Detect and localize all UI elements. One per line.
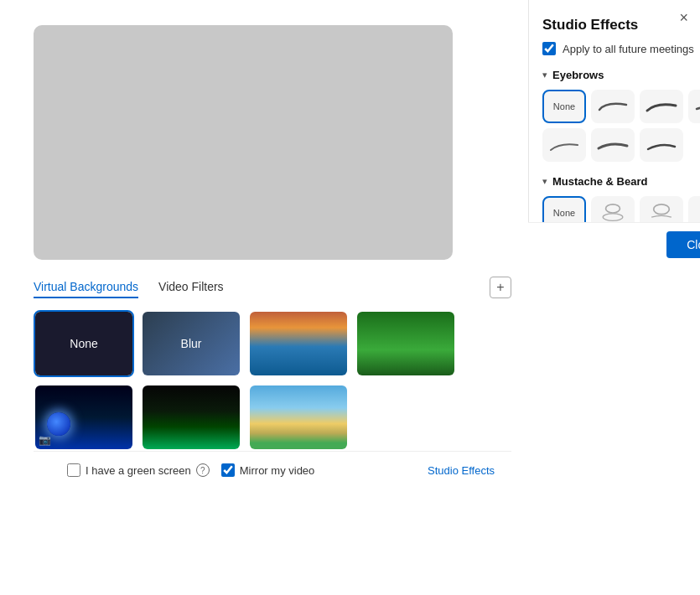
- mustache-grid: None: [542, 196, 700, 222]
- background-beach[interactable]: [248, 384, 349, 451]
- mirror-checkbox[interactable]: [221, 463, 235, 477]
- help-icon[interactable]: ?: [196, 463, 210, 477]
- mustache-title: Mustache & Beard: [552, 175, 647, 188]
- background-grass-inner: [357, 312, 454, 375]
- tabs-row: Virtual Backgrounds Video Filters +: [34, 277, 511, 298]
- eyebrow-1-svg: [596, 98, 630, 115]
- eyebrows-title: Eyebrows: [552, 69, 604, 81]
- eyebrows-chevron: ▾: [542, 70, 547, 80]
- background-aurora[interactable]: [141, 384, 241, 451]
- bottom-bar: I have a green screen ? Mirror my video …: [34, 451, 511, 489]
- eyebrow-none-label: None: [553, 101, 575, 111]
- mustache-3-svg: [692, 199, 700, 222]
- camera-icon: 📷: [39, 434, 51, 446]
- backgrounds-grid: None Blur 📷: [34, 310, 511, 451]
- right-bottom: Close: [528, 222, 700, 266]
- svg-point-2: [654, 204, 670, 215]
- right-panel: Studio Effects Apply to all future meeti…: [528, 0, 700, 222]
- close-icon[interactable]: ×: [679, 10, 688, 25]
- apply-label: Apply to all future meetings: [563, 43, 694, 55]
- tab-virtual-backgrounds[interactable]: Virtual Backgrounds: [34, 277, 138, 298]
- eyebrow-6-svg: [645, 137, 678, 153]
- tab-video-filters[interactable]: Video Filters: [158, 277, 224, 298]
- mustache-3[interactable]: [688, 196, 700, 222]
- mustache-section-header[interactable]: ▾ Mustache & Beard: [542, 175, 700, 188]
- main-content: Virtual Backgrounds Video Filters + None…: [0, 0, 700, 595]
- video-preview: [34, 25, 453, 260]
- studio-effects-title: Studio Effects: [542, 17, 700, 34]
- background-grass[interactable]: [355, 310, 456, 377]
- background-bridge[interactable]: [248, 310, 349, 377]
- eyebrow-5-svg: [596, 137, 630, 153]
- eyebrow-3[interactable]: [688, 90, 700, 123]
- mustache-none[interactable]: None: [542, 196, 586, 222]
- mustache-2[interactable]: [640, 196, 683, 222]
- svg-point-1: [603, 214, 623, 220]
- left-panel: Virtual Backgrounds Video Filters + None…: [0, 0, 528, 595]
- background-blur-inner: Blur: [143, 312, 240, 375]
- mirror-label: Mirror my video: [240, 464, 315, 477]
- mustache-none-label: None: [553, 208, 575, 218]
- eyebrows-grid: None: [542, 90, 700, 162]
- eyebrow-6[interactable]: [640, 128, 683, 162]
- svg-point-0: [606, 204, 620, 213]
- eyebrows-section-header[interactable]: ▾ Eyebrows: [542, 69, 700, 81]
- mirror-wrap: Mirror my video: [221, 463, 315, 477]
- background-none-inner: None: [35, 312, 132, 375]
- eyebrow-3-svg: [693, 98, 700, 115]
- green-screen-label: I have a green screen: [86, 464, 191, 477]
- mustache-chevron: ▾: [542, 176, 547, 187]
- background-earth[interactable]: 📷: [34, 384, 134, 451]
- eyebrow-2-svg: [645, 98, 678, 115]
- apply-row: Apply to all future meetings: [542, 42, 700, 55]
- green-screen-wrap: I have a green screen ?: [67, 463, 210, 477]
- green-screen-checkbox[interactable]: [67, 463, 80, 477]
- background-beach-inner: [250, 385, 347, 449]
- background-blur[interactable]: Blur: [141, 310, 241, 377]
- eyebrow-4-svg: [547, 137, 581, 153]
- mustache-1[interactable]: [591, 196, 635, 222]
- close-button[interactable]: Close: [666, 231, 700, 258]
- mustache-1-svg: [594, 199, 631, 222]
- eyebrow-4[interactable]: [542, 128, 586, 162]
- mustache-2-svg: [643, 199, 680, 222]
- eyebrow-1[interactable]: [591, 90, 635, 123]
- background-none[interactable]: None: [34, 310, 134, 377]
- dialog: × Virtual Backgrounds Video Filters + No…: [0, 0, 700, 595]
- background-bridge-inner: [250, 312, 347, 375]
- right-side: Studio Effects Apply to all future meeti…: [528, 0, 700, 595]
- apply-checkbox[interactable]: [542, 42, 556, 55]
- eyebrow-2[interactable]: [640, 90, 683, 123]
- eyebrow-none[interactable]: None: [542, 90, 586, 123]
- eyebrow-5[interactable]: [591, 128, 635, 162]
- add-background-button[interactable]: +: [490, 277, 511, 298]
- background-aurora-inner: [143, 385, 240, 449]
- studio-effects-link[interactable]: Studio Effects: [428, 464, 495, 477]
